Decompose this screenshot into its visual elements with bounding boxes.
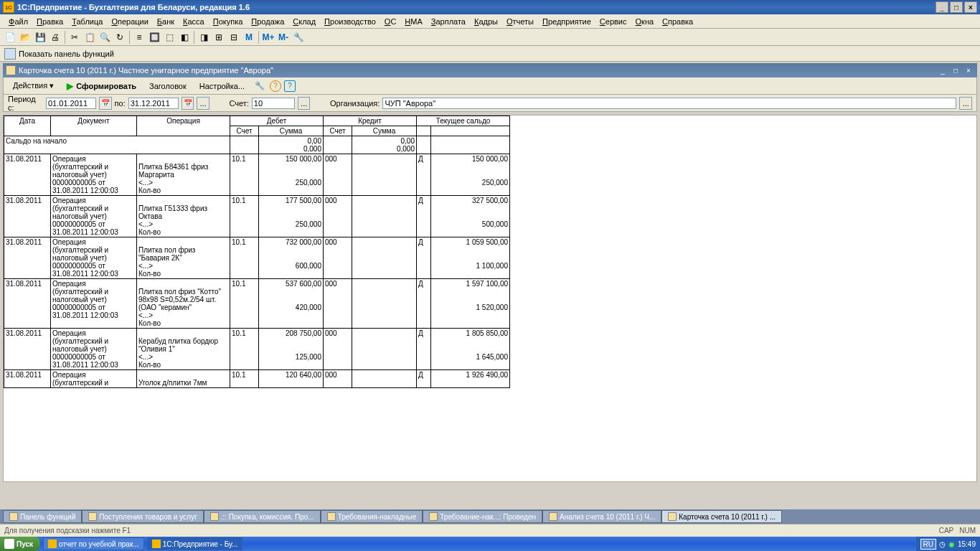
system-tray: RU ◷ ◉ 15:49 [916,537,980,551]
menu-касса[interactable]: Касса [179,16,209,27]
toolbar-icon-2[interactable]: 💾 [33,30,47,44]
table-row[interactable]: 31.08.2011Операция (бухгалтерский и нало… [4,279,510,329]
toolbar-icon-8[interactable]: ≡ [132,30,146,44]
menu-продажа[interactable]: Продажа [247,16,288,27]
period-to-input[interactable] [128,98,179,109]
toolbar-icon-5[interactable]: 📋 [83,30,97,44]
toolbar-icon-15[interactable]: М [242,30,256,44]
play-icon: ▶ [67,81,73,91]
report-grid[interactable]: Дата Документ Операция Дебет Кредит Теку… [3,115,977,482]
start-button[interactable]: Пуск [0,537,40,551]
menu-ос[interactable]: ОС [380,16,401,27]
window-tab[interactable]: Панель функций [3,510,82,523]
window-tabs: Панель функцийПоступления товаров и услу… [0,509,980,524]
doc-title: Карточка счета 10 (2011 г.) Частное унит… [19,66,273,75]
tool-icon-1[interactable]: 🔧 [253,79,267,93]
doc-close-button[interactable]: × [963,65,974,75]
form-button[interactable]: ▶Сформировать [62,79,141,93]
app-titlebar: 1С 1С:Предприятие - Бухгалтерия для Бела… [0,0,980,14]
toolbar-icon-3[interactable]: 🖨 [48,30,62,44]
toolbar-icon-10[interactable]: ⬚ [162,30,176,44]
col-balance: Текущее сальдо [417,116,510,126]
calendar-icon-2[interactable]: 📅 [182,97,194,110]
window-tab[interactable]: Требование-нак...: Проведен [423,510,542,523]
toolbar-icon-4[interactable]: ✂ [67,30,82,44]
toolbar-icon-6[interactable]: 🔍 [98,30,112,44]
doc-maximize-button[interactable]: □ [950,65,961,75]
menu-файл[interactable]: Файл [4,16,32,27]
menu-справка[interactable]: Справка [658,16,697,27]
table-row[interactable]: 31.08.2011Операция (бухгалтерский иУголо… [4,370,510,388]
actions-dropdown[interactable]: Действия ▾ [8,79,59,93]
status-num: NUM [959,527,976,534]
toolbar-icon-7[interactable]: ↻ [113,30,127,44]
status-cap: CAP [939,527,954,534]
account-label: Счет: [229,99,248,108]
menu-отчеты[interactable]: Отчеты [502,16,538,27]
toolbar-icon-14[interactable]: ⊟ [227,30,241,44]
menu-окна[interactable]: Окна [631,16,659,27]
period-select-button[interactable]: ... [197,97,209,110]
window-tab[interactable]: Анализ счета 10 (2011 г.) Ч... [542,510,661,523]
settings-button[interactable]: Настройка... [194,80,250,93]
help-icon[interactable]: ? [270,80,281,92]
menu-предприятие[interactable]: Предприятие [538,16,595,27]
org-input[interactable] [382,98,956,109]
window-tab[interactable]: Требования-накладные [321,510,423,523]
toolbar-icon-18[interactable]: 🔧 [291,30,306,44]
header-button[interactable]: Заголовок [144,80,192,93]
calendar-icon[interactable]: 📅 [99,97,112,110]
menu-покупка[interactable]: Покупка [209,16,248,27]
table-row[interactable]: 31.08.2011Операция (бухгалтерский и нало… [4,154,510,196]
taskbar-item[interactable]: 1С:Предприятие - Бу... [147,537,243,550]
menu-кадры[interactable]: Кадры [470,16,502,27]
app-icon: 1С [3,1,14,13]
toolbar-icon-0[interactable]: 📄 [3,30,17,44]
help-icon-2[interactable]: ? [284,80,296,92]
toolbar-icon-17[interactable]: М- [276,30,291,44]
tray-icon-2[interactable]: ◉ [948,540,955,548]
doc-minimize-button[interactable]: _ [937,65,948,75]
toolbar-icon-1[interactable]: 📂 [18,30,32,44]
account-input[interactable] [252,98,295,109]
statusbar: Для получения подсказки нажмите F1 CAP N… [0,524,980,537]
toolbar-icon-12[interactable]: ◨ [197,30,211,44]
panel-functions-bar: Показать панель функций [0,46,980,62]
menu-операции[interactable]: Операции [107,16,152,27]
tray-lang[interactable]: RU [920,539,936,550]
toolbar-icon-11[interactable]: ◧ [177,30,192,44]
menu-нма[interactable]: НМА [400,16,426,27]
window-tab[interactable]: .:: Покупка, комиссия. Про... [204,510,321,523]
account-select-button[interactable]: ... [298,97,311,110]
toolbar-icon-9[interactable]: 🔲 [147,30,161,44]
menu-зарплата[interactable]: Зарплата [427,16,470,27]
toolbar-icon-16[interactable]: М+ [261,30,275,44]
col-date: Дата [4,116,51,136]
window-tab[interactable]: Поступления товаров и услуг [82,510,203,523]
maximize-button[interactable]: □ [950,1,963,13]
menu-правка[interactable]: Правка [32,16,67,27]
table-row[interactable]: 31.08.2011Операция (бухгалтерский и нало… [4,196,510,237]
org-select-button[interactable]: ... [959,97,972,110]
col-operation: Операция [137,116,230,136]
window-tab[interactable]: Карточка счета 10 (2011 г.) ... [661,510,782,523]
close-button[interactable]: × [964,1,977,13]
doc-toolbar: Действия ▾ ▶Сформировать Заголовок Настр… [3,77,977,95]
menu-таблица[interactable]: Таблица [67,16,107,27]
minimize-button[interactable]: _ [936,1,948,13]
tray-time[interactable]: 15:49 [958,540,976,548]
opening-label: Сальдо на начало [4,136,230,154]
tray-icon[interactable]: ◷ [939,540,946,548]
period-from-input[interactable] [46,98,96,109]
toolbar-icon-13[interactable]: ⊞ [212,30,226,44]
menu-сервис[interactable]: Сервис [595,16,631,27]
panel-functions-label[interactable]: Показать панель функций [19,50,114,58]
table-row[interactable]: 31.08.2011Операция (бухгалтерский и нало… [4,329,510,370]
taskbar-item[interactable]: отчет по учебной прак... [43,537,144,550]
menu-банк[interactable]: Банк [153,16,179,27]
table-row[interactable]: 31.08.2011Операция (бухгалтерский и нало… [4,237,510,279]
menu-склад[interactable]: Склад [288,16,320,27]
col-debit-acc: Счет [230,126,259,136]
taskbar-item-icon [48,540,57,548]
menu-производство[interactable]: Производство [320,16,380,27]
